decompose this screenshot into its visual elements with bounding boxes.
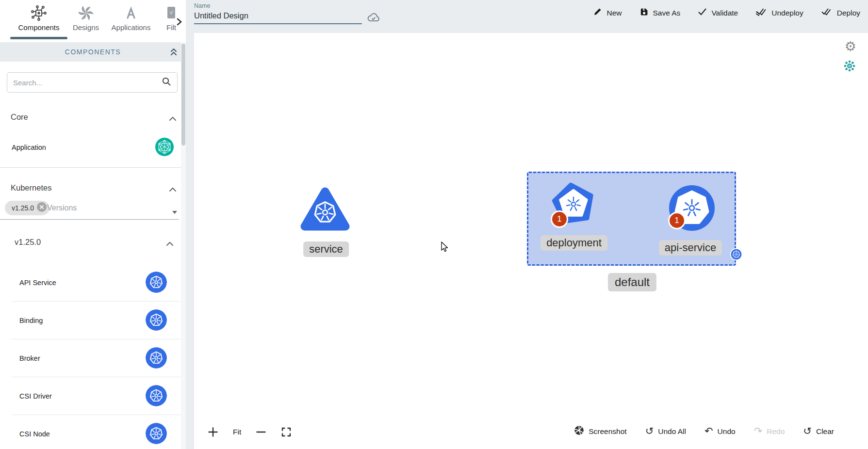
designs-icon: [78, 4, 94, 22]
component-item-label: API Service: [19, 279, 56, 287]
core-collapse-icon[interactable]: [169, 114, 177, 123]
validate-button[interactable]: Validate: [698, 8, 738, 18]
section-title-version[interactable]: v1.25.0: [15, 238, 41, 247]
undeploy-double-check-icon: [755, 7, 767, 18]
zoom-in-button[interactable]: [208, 427, 218, 437]
applications-icon: [123, 4, 139, 22]
save-as-button[interactable]: Save As: [639, 7, 681, 18]
tab-applications-label: Applications: [112, 23, 151, 32]
redo-icon: ↷: [754, 426, 763, 436]
row-divider: [12, 301, 186, 302]
cloud-saved-icon: [366, 11, 381, 25]
clear-icon: ↺: [803, 426, 812, 436]
new-button[interactable]: New: [593, 7, 622, 18]
panel-title: COMPONENTS: [65, 48, 121, 56]
component-item-label: Binding: [19, 317, 43, 324]
sidebar: Components Designs: [0, 0, 186, 449]
deploy-double-check-icon: [821, 7, 833, 18]
zoom-controls: Fit: [208, 427, 292, 437]
tab-filters-label: Filt: [166, 23, 176, 32]
tab-components-label: Components: [18, 23, 59, 32]
row-divider: [12, 415, 186, 415]
deploy-button[interactable]: Deploy: [821, 7, 860, 18]
components-panel-header[interactable]: COMPONENTS: [0, 42, 186, 62]
filters-icon: [166, 4, 177, 22]
tab-components[interactable]: Components: [9, 4, 69, 32]
search-icon[interactable]: [162, 77, 171, 88]
undo-all-button[interactable]: ↺ Undo All: [645, 426, 686, 436]
component-item-label: CSI Driver: [19, 392, 52, 400]
scrollbar-thumb[interactable]: [181, 44, 185, 145]
design-actions-toolbar: New Save As Validate: [593, 7, 860, 18]
name-field-label: Name: [194, 2, 362, 9]
collapse-panel-icon[interactable]: [169, 47, 178, 59]
row-divider: [12, 339, 186, 339]
tab-designs[interactable]: Designs: [71, 4, 101, 32]
version-collapse-icon[interactable]: [166, 240, 174, 248]
deployment-count-badge[interactable]: 1: [551, 210, 568, 228]
floppy-icon: [639, 7, 649, 18]
undeploy-button[interactable]: Undeploy: [755, 7, 803, 18]
versions-field-underline: [0, 219, 179, 220]
row-divider: [12, 377, 186, 377]
design-name-field: Name: [194, 2, 362, 24]
node-label-service: service: [303, 241, 349, 257]
tabs-scroll-right-icon[interactable]: [176, 17, 182, 28]
kubernetes-collapse-icon[interactable]: [169, 185, 177, 194]
versions-dropdown-icon[interactable]: [172, 208, 178, 216]
kubernetes-icon: [146, 347, 167, 369]
search-input[interactable]: [13, 79, 162, 87]
component-search: [7, 72, 178, 93]
undo-all-icon: ↺: [645, 426, 654, 436]
main-area: Name New: [186, 0, 868, 449]
redo-button[interactable]: ↷ Redo: [754, 426, 785, 436]
node-label-api-service: api-service: [659, 240, 722, 256]
sidebar-scrollbar[interactable]: [181, 42, 186, 449]
namespace-label: default: [608, 273, 656, 291]
api-service-count-badge[interactable]: 1: [668, 212, 686, 229]
section-divider: [0, 167, 186, 168]
active-tab-indicator: [10, 37, 67, 39]
undo-icon: ↶: [704, 426, 713, 436]
clear-button[interactable]: ↺ Clear: [803, 426, 834, 436]
app-window: Components Designs: [0, 0, 868, 449]
component-item-label: Broker: [19, 354, 40, 362]
kubernetes-icon: [146, 423, 167, 444]
canvas-toolbar: Screenshot ↺ Undo All ↶ Undo ↷ Redo ↺ Cl…: [574, 425, 834, 437]
versions-placeholder[interactable]: Versions: [47, 204, 77, 212]
kubernetes-icon: [146, 385, 167, 406]
kubernetes-icon: [146, 272, 167, 293]
node-service[interactable]: [300, 185, 350, 233]
canvas-settings-gear-icon[interactable]: ⚙: [845, 39, 856, 54]
components-icon: [30, 4, 48, 22]
zoom-out-button[interactable]: [256, 427, 266, 437]
component-item-label: CSI Node: [19, 430, 50, 438]
section-title-kubernetes[interactable]: Kubernetes: [11, 183, 51, 192]
fullscreen-button[interactable]: [281, 427, 292, 437]
zoom-fit-button[interactable]: Fit: [233, 428, 241, 436]
design-name-input[interactable]: [194, 9, 362, 24]
screenshot-button[interactable]: Screenshot: [574, 425, 626, 437]
pencil-icon: [593, 7, 602, 18]
mouse-cursor: [440, 241, 450, 255]
sidebar-tabs: Components Designs: [0, 0, 186, 42]
version-chip-delete-icon[interactable]: [37, 202, 47, 214]
tab-designs-label: Designs: [73, 23, 99, 32]
tab-applications[interactable]: Applications: [108, 4, 154, 32]
application-meshery-icon: [155, 138, 174, 158]
design-canvas[interactable]: ⚙ service: [194, 33, 868, 449]
shutter-icon: [574, 425, 584, 437]
version-chip-label: v1.25.0: [12, 204, 34, 212]
check-icon: [698, 8, 707, 18]
node-label-deployment: deployment: [540, 235, 607, 251]
section-title-core[interactable]: Core: [11, 112, 28, 122]
group-kubernetes-corner-icon[interactable]: [730, 248, 743, 263]
kubernetes-icon: [146, 309, 167, 331]
undo-button[interactable]: ↶ Undo: [704, 426, 736, 436]
version-chip: v1.25.0: [5, 201, 49, 215]
component-item-label: Application: [12, 144, 46, 151]
kubernetes-context-icon[interactable]: [844, 60, 855, 74]
